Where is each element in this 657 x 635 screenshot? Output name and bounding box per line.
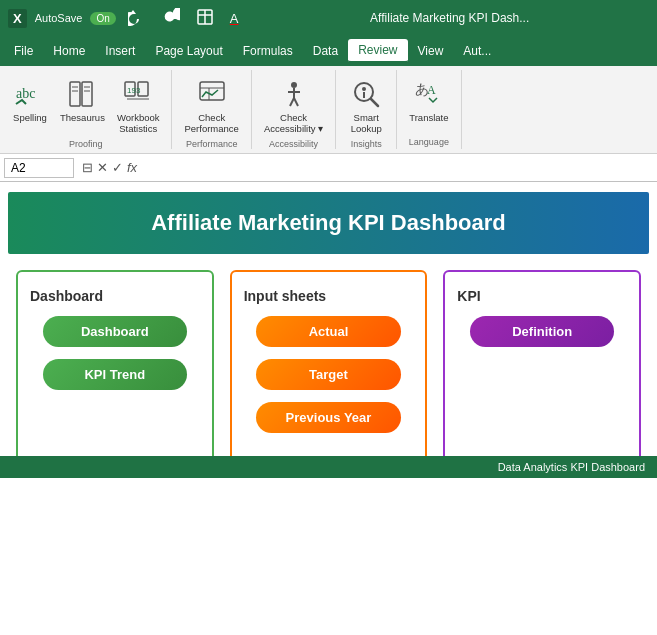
dashboard-nav-button[interactable]: Dashboard	[43, 316, 187, 347]
check-performance-icon	[196, 78, 228, 110]
input-sheets-card: Input sheets Actual Target Previous Year	[230, 270, 428, 470]
cards-container: Dashboard Dashboard KPI Trend Input shee…	[0, 262, 657, 478]
proofing-group-label: Proofing	[69, 139, 103, 149]
ribbon-group-accessibility: CheckAccessibility ▾ Accessibility	[252, 70, 336, 149]
svg-line-21	[294, 98, 298, 106]
thesaurus-label: Thesaurus	[60, 112, 105, 123]
ribbon-group-performance: CheckPerformance Performance	[172, 70, 251, 149]
cell-reference-input[interactable]	[4, 158, 74, 178]
menu-formulas[interactable]: Formulas	[233, 40, 303, 62]
svg-text:abc: abc	[16, 86, 35, 101]
menu-home[interactable]: Home	[43, 40, 95, 62]
redo-button[interactable]	[158, 6, 184, 31]
previous-year-nav-button[interactable]: Previous Year	[256, 402, 400, 433]
kpi-trend-nav-button[interactable]: KPI Trend	[43, 359, 187, 390]
check-performance-button[interactable]: CheckPerformance	[180, 76, 242, 137]
table-insert-button[interactable]	[192, 6, 218, 31]
window-title: Affiliate Marketing KPI Dash...	[250, 11, 649, 25]
menu-bar: File Home Insert Page Layout Formulas Da…	[0, 36, 657, 66]
smart-lookup-icon	[350, 78, 382, 110]
sheet-tab-bar: Data Analytics KPI Dashboard	[0, 456, 657, 478]
title-bar: X AutoSave On A Affiliate Marketing KPI …	[0, 0, 657, 36]
kpi-card: KPI Definition	[443, 270, 641, 470]
spelling-icon: abc	[14, 78, 46, 110]
svg-rect-14	[200, 82, 224, 100]
spreadsheet-area: Affiliate Marketing KPI Dashboard Dashbo…	[0, 192, 657, 478]
svg-rect-4	[70, 82, 80, 106]
ribbon: abc Spelling Thesau	[0, 66, 657, 154]
smart-lookup-label: SmartLookup	[351, 112, 382, 135]
formula-bar: ⊟ ✕ ✓ fx	[0, 154, 657, 182]
svg-point-17	[291, 82, 297, 88]
translate-button[interactable]: あ A Translate	[405, 76, 452, 125]
input-sheets-card-title: Input sheets	[244, 288, 326, 304]
expand-icon: ⊟	[82, 160, 93, 175]
ribbon-group-proofing: abc Spelling Thesau	[0, 70, 172, 149]
dashboard-card: Dashboard Dashboard KPI Trend	[16, 270, 214, 470]
translate-icon: あ A	[413, 78, 445, 110]
menu-file[interactable]: File	[4, 40, 43, 62]
smart-lookup-button[interactable]: SmartLookup	[344, 76, 388, 137]
ribbon-group-language: あ A Translate Language	[397, 70, 461, 149]
menu-view[interactable]: View	[408, 40, 454, 62]
font-color-button[interactable]: A	[226, 9, 243, 28]
check-accessibility-label: CheckAccessibility ▾	[264, 112, 323, 135]
menu-review[interactable]: Review	[348, 39, 407, 63]
menu-insert[interactable]: Insert	[95, 40, 145, 62]
workbook-statistics-button[interactable]: 193 WorkbookStatistics	[113, 76, 164, 137]
workbook-statistics-icon: 193	[122, 78, 154, 110]
thesaurus-button[interactable]: Thesaurus	[56, 76, 109, 125]
accessibility-group-label: Accessibility	[269, 139, 318, 149]
undo-button[interactable]	[124, 6, 150, 31]
thesaurus-icon	[66, 78, 98, 110]
check-performance-label: CheckPerformance	[184, 112, 238, 135]
spelling-button[interactable]: abc Spelling	[8, 76, 52, 125]
confirm-formula-icon[interactable]: ✓	[112, 160, 123, 175]
check-accessibility-icon	[278, 78, 310, 110]
menu-automate[interactable]: Aut...	[453, 40, 501, 62]
formula-bar-icons: ⊟ ✕ ✓ fx	[78, 160, 141, 175]
menu-data[interactable]: Data	[303, 40, 348, 62]
actual-nav-button[interactable]: Actual	[256, 316, 400, 347]
formula-input[interactable]	[145, 161, 653, 175]
translate-label: Translate	[409, 112, 448, 123]
definition-nav-button[interactable]: Definition	[470, 316, 614, 347]
performance-group-label: Performance	[186, 139, 238, 149]
cancel-formula-icon[interactable]: ✕	[97, 160, 108, 175]
sheet-tab-label: Data Analytics KPI Dashboard	[498, 461, 645, 473]
ribbon-group-insights: SmartLookup Insights	[336, 70, 397, 149]
target-nav-button[interactable]: Target	[256, 359, 400, 390]
menu-page-layout[interactable]: Page Layout	[145, 40, 232, 62]
autosave-toggle[interactable]: On	[90, 12, 115, 25]
check-accessibility-button[interactable]: CheckAccessibility ▾	[260, 76, 327, 137]
workbook-statistics-label: WorkbookStatistics	[117, 112, 160, 135]
fx-icon: fx	[127, 160, 137, 175]
insights-group-label: Insights	[351, 139, 382, 149]
spelling-label: Spelling	[13, 112, 47, 123]
svg-text:193: 193	[127, 86, 141, 95]
svg-line-23	[371, 99, 378, 106]
dashboard-card-title: Dashboard	[30, 288, 103, 304]
autosave-label: AutoSave	[35, 12, 83, 24]
svg-line-20	[290, 98, 294, 106]
dashboard-title: Affiliate Marketing KPI Dashboard	[8, 192, 649, 254]
svg-rect-5	[82, 82, 92, 106]
excel-app-icon: X	[8, 9, 27, 28]
svg-point-24	[362, 87, 366, 91]
svg-text:A: A	[427, 83, 436, 97]
language-group-label: Language	[409, 137, 449, 147]
kpi-card-title: KPI	[457, 288, 480, 304]
